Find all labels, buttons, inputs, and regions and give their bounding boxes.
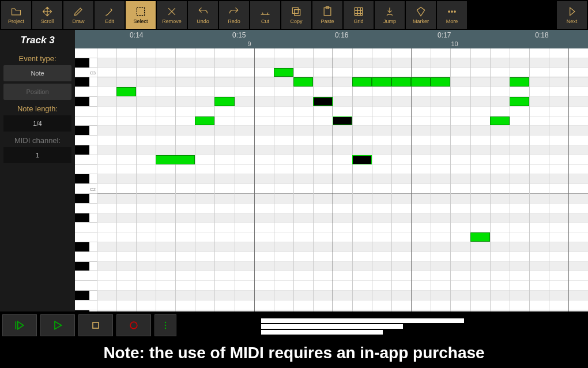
piano-key[interactable] <box>75 252 97 262</box>
piano-key[interactable] <box>75 271 97 281</box>
sidebar: Track 3 Event type: Note Position Note l… <box>0 30 75 311</box>
toolbar-undo-button[interactable]: Undo <box>188 1 218 29</box>
folder-icon <box>10 6 22 17</box>
note-button[interactable]: Note <box>3 65 71 81</box>
midi-note[interactable] <box>116 87 136 96</box>
svg-point-11 <box>165 325 167 326</box>
toolbar-next-button[interactable]: Next <box>557 1 587 29</box>
work-area: 0:140:150:160:170:18 910 C3C2 <box>75 30 588 311</box>
midi-note[interactable] <box>156 155 195 164</box>
transport-overview[interactable] <box>180 314 586 337</box>
toolbar-more-button[interactable]: More <box>437 1 467 29</box>
svg-point-5 <box>448 11 450 13</box>
key-label: C3 <box>90 70 96 76</box>
midi-note[interactable] <box>333 117 352 126</box>
piano-key[interactable] <box>75 48 97 58</box>
piano-key[interactable] <box>75 136 97 145</box>
menu-button[interactable] <box>154 314 176 336</box>
midi-note[interactable] <box>214 97 234 106</box>
piano-key[interactable] <box>75 77 97 87</box>
piano-roll[interactable]: C3C2 <box>75 48 588 311</box>
toolbar-jump-button[interactable]: Jump <box>375 1 405 29</box>
toolbar-copy-button[interactable]: Copy <box>281 1 311 29</box>
piano-key[interactable] <box>75 301 97 310</box>
key-label: C2 <box>90 186 96 191</box>
toolbar-draw-button[interactable]: Draw <box>63 1 93 29</box>
toolbar-scroll-button[interactable]: Scroll <box>32 1 62 29</box>
piano-key[interactable] <box>75 194 97 204</box>
piano-key[interactable] <box>75 87 97 97</box>
toolbar-marker-button[interactable]: Marker <box>406 1 436 29</box>
piano-key[interactable] <box>75 310 97 311</box>
midi-note[interactable] <box>431 77 450 87</box>
piano-key[interactable] <box>75 204 97 213</box>
midi-note[interactable] <box>391 77 411 87</box>
toolbar-project-button[interactable]: Project <box>1 1 31 29</box>
svg-point-6 <box>451 11 453 13</box>
svg-rect-8 <box>93 322 99 328</box>
piano-key[interactable] <box>75 107 97 117</box>
midi-channel-value[interactable]: 1 <box>3 147 71 163</box>
play-button[interactable] <box>40 314 75 336</box>
piano-key[interactable] <box>75 97 97 107</box>
piano-key[interactable] <box>75 262 97 272</box>
note-length-value[interactable]: 1/4 <box>3 115 71 132</box>
midi-note[interactable] <box>195 117 214 126</box>
piano-key[interactable] <box>75 145 97 155</box>
midi-note[interactable] <box>274 68 293 77</box>
piano-key[interactable] <box>75 213 97 223</box>
midi-note[interactable] <box>411 77 431 87</box>
svg-point-9 <box>130 322 137 329</box>
timeline-ruler[interactable]: 0:140:150:160:170:18 910 <box>75 30 588 48</box>
move-icon <box>41 6 54 17</box>
piano-key[interactable] <box>75 117 97 126</box>
piano-key[interactable] <box>75 281 97 291</box>
toolbar-edit-button[interactable]: Edit <box>95 1 125 29</box>
record-button[interactable] <box>116 314 151 336</box>
note-grid[interactable] <box>97 48 588 311</box>
toolbar-grid-button[interactable]: Grid <box>344 1 374 29</box>
toolbar-paste-button[interactable]: Paste <box>312 1 342 29</box>
piano-key[interactable] <box>75 291 97 301</box>
piano-key[interactable] <box>75 155 97 165</box>
midi-note[interactable] <box>313 97 333 106</box>
stop-button[interactable] <box>78 314 113 336</box>
midi-note[interactable] <box>352 155 372 164</box>
midi-note[interactable] <box>510 97 529 106</box>
ruler-time: 0:14 <box>130 31 143 39</box>
main-area: Track 3 Event type: Note Position Note l… <box>0 30 588 311</box>
piano-key[interactable] <box>75 165 97 175</box>
pencil-icon <box>72 6 85 17</box>
position-button[interactable]: Position <box>3 84 71 100</box>
svg-rect-1 <box>292 7 298 13</box>
piano-key[interactable] <box>75 126 97 136</box>
midi-note[interactable] <box>293 77 313 87</box>
svg-point-7 <box>454 11 456 13</box>
midi-note[interactable] <box>352 77 372 87</box>
undo-icon <box>197 6 209 17</box>
midi-note[interactable] <box>372 77 391 87</box>
marker-icon <box>414 6 427 17</box>
ruler-time: 0:17 <box>438 31 451 39</box>
footer-note: Note: the use of MIDI requires an in-app… <box>0 339 588 368</box>
piano-key[interactable] <box>75 242 97 252</box>
play-start-button[interactable] <box>2 314 37 336</box>
grid-icon <box>352 6 365 17</box>
midi-note[interactable] <box>490 117 510 126</box>
toolbar-cut-button[interactable]: Cut <box>250 1 280 29</box>
toolbar-select-button[interactable]: Select <box>126 1 156 29</box>
cut-icon <box>259 6 272 17</box>
transport-bar <box>0 311 588 339</box>
toolbar-redo-button[interactable]: Redo <box>219 1 249 29</box>
midi-note[interactable] <box>510 77 529 87</box>
event-type-label: Event type: <box>3 54 71 63</box>
piano-key[interactable] <box>75 223 97 232</box>
piano-key[interactable] <box>75 58 97 68</box>
piano-key[interactable] <box>75 174 97 184</box>
midi-note[interactable] <box>470 232 490 242</box>
track-title: Track 3 <box>3 32 71 50</box>
toolbar-remove-button[interactable]: Remove <box>157 1 187 29</box>
ruler-time: 0:15 <box>232 31 246 39</box>
piano-key[interactable] <box>75 232 97 242</box>
piano-keys[interactable]: C3C2 <box>75 48 97 311</box>
